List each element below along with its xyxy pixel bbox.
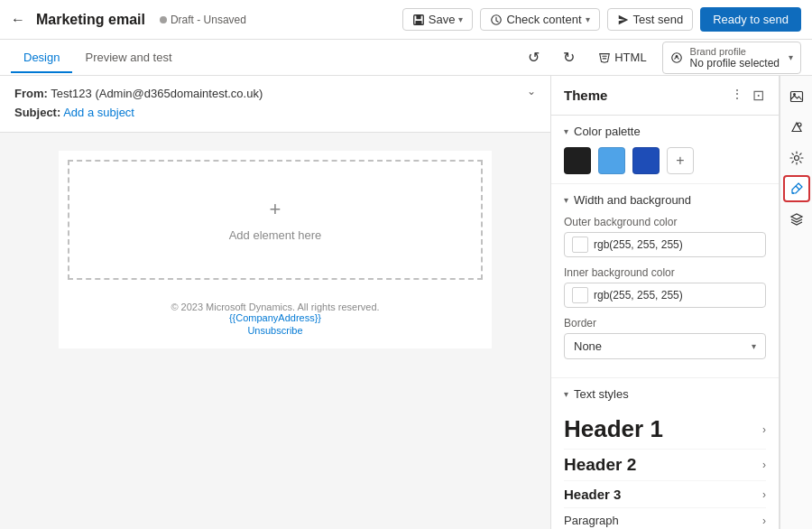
gear-icon xyxy=(789,151,804,165)
add-element-text: Add element here xyxy=(229,228,322,242)
draft-status: Draft - Unsaved xyxy=(171,14,246,26)
side-toolbar xyxy=(780,76,812,529)
color-palette-label: Color palette xyxy=(574,125,641,138)
svg-point-4 xyxy=(675,54,678,57)
theme-expand-button[interactable]: ⊡ xyxy=(751,85,766,106)
image-icon xyxy=(789,89,804,104)
text-styles-header[interactable]: ▾ Text styles xyxy=(564,387,766,401)
h3-chevron: › xyxy=(762,488,766,501)
add-swatch-button[interactable]: + xyxy=(667,147,694,174)
text-style-para[interactable]: Paragraph › xyxy=(564,508,766,529)
h2-chevron: › xyxy=(762,459,766,471)
from-label: From: xyxy=(14,87,48,100)
tab-preview[interactable]: Preview and test xyxy=(72,43,184,73)
svg-point-8 xyxy=(794,156,798,161)
check-content-label: Check content xyxy=(506,13,581,26)
footer-text: © 2023 Microsoft Dynamics. All rights re… xyxy=(171,302,379,312)
theme-title: Theme xyxy=(564,88,607,103)
company-address-link[interactable]: {{CompanyAddress}} xyxy=(229,312,321,323)
h1-chevron: › xyxy=(762,423,766,436)
theme-panel: Theme ⋮ ⊡ ▾ Color palette + xyxy=(551,76,780,529)
back-button[interactable]: ← xyxy=(11,12,25,28)
brand-chevron: ▾ xyxy=(789,52,793,62)
settings-tool-button[interactable] xyxy=(783,144,810,172)
image-tool-button[interactable] xyxy=(783,83,810,110)
save-button[interactable]: Save ▾ xyxy=(402,8,474,31)
paint-icon xyxy=(789,181,804,196)
test-send-button[interactable]: Test send xyxy=(607,8,694,31)
canvas-body: + Add element here © 2023 Microsoft Dyna… xyxy=(0,133,550,529)
border-label: Border xyxy=(564,317,766,329)
nav-tabs: Design Preview and test ↺ ↻ HTML Brand p… xyxy=(0,40,812,76)
color-palette-chevron: ▾ xyxy=(564,126,568,136)
email-footer: © 2023 Microsoft Dynamics. All rights re… xyxy=(59,289,492,348)
from-value: Test123 (Admin@d365domaintest.co.uk) xyxy=(51,87,263,100)
border-chevron: ▾ xyxy=(752,341,756,351)
para-chevron: › xyxy=(762,515,766,527)
undo-icon: ↺ xyxy=(528,49,540,66)
width-bg-chevron: ▾ xyxy=(564,195,568,205)
text-style-h2[interactable]: Header 2 › xyxy=(564,450,766,481)
add-element-zone[interactable]: + Add element here xyxy=(68,160,483,280)
text-styles-chevron: ▾ xyxy=(564,389,568,399)
text-style-h3[interactable]: Header 3 › xyxy=(564,481,766,508)
swatch-blue-dark[interactable] xyxy=(632,147,660,174)
undo-button[interactable]: ↺ xyxy=(520,44,548,70)
save-icon xyxy=(412,14,425,26)
plus-icon: + xyxy=(270,198,281,221)
h3-label: Header 3 xyxy=(564,487,621,502)
swatch-black[interactable] xyxy=(564,147,591,174)
brand-profile-button[interactable]: Brand profile No profile selected ▾ xyxy=(662,42,801,74)
from-field: From: Test123 (Admin@d365domaintest.co.u… xyxy=(14,85,263,104)
inner-bg-label: Inner background color xyxy=(564,266,766,279)
color-swatches: + xyxy=(564,147,766,174)
color-palette-header[interactable]: ▾ Color palette xyxy=(564,125,766,138)
width-background-section: ▾ Width and background Outer background … xyxy=(551,184,779,378)
html-button[interactable]: HTML xyxy=(590,46,654,69)
check-content-button[interactable]: Check content ▾ xyxy=(480,8,599,31)
border-value: None xyxy=(574,339,602,353)
outer-bg-field[interactable]: rgb(255, 255, 255) xyxy=(564,232,766,257)
paint-tool-button[interactable] xyxy=(783,175,810,202)
theme-more-button[interactable]: ⋮ xyxy=(729,85,745,106)
layers-tool-button[interactable] xyxy=(783,206,810,233)
unsubscribe-link[interactable]: Unsubscribe xyxy=(71,325,479,336)
html-icon xyxy=(598,51,611,64)
swatch-blue-light[interactable] xyxy=(598,147,625,174)
check-content-icon xyxy=(490,14,503,26)
main-layout: From: Test123 (Admin@d365domaintest.co.u… xyxy=(0,76,812,529)
theme-header: Theme ⋮ ⊡ xyxy=(551,76,779,116)
redo-button[interactable]: ↻ xyxy=(555,44,583,70)
subject-link[interactable]: Add a subject xyxy=(63,106,134,119)
text-styles-section: ▾ Text styles Header 1 › Header 2 › Head… xyxy=(551,378,779,529)
width-background-header[interactable]: ▾ Width and background xyxy=(564,193,766,207)
save-label: Save xyxy=(429,13,456,26)
border-group: Border None ▾ xyxy=(564,317,766,359)
h2-label: Header 2 xyxy=(564,455,636,475)
svg-rect-5 xyxy=(790,92,802,102)
right-panel: Theme ⋮ ⊡ ▾ Color palette + xyxy=(550,76,812,529)
tab-design[interactable]: Design xyxy=(11,43,72,73)
outer-bg-group: Outer background color rgb(255, 255, 255… xyxy=(564,216,766,257)
outer-bg-value: rgb(255, 255, 255) xyxy=(594,238,758,251)
inner-bg-group: Inner background color rgb(255, 255, 255… xyxy=(564,266,766,308)
ready-to-send-button[interactable]: Ready to send xyxy=(700,7,801,32)
subject-field: Subject: Add a subject xyxy=(14,104,263,123)
redo-icon: ↻ xyxy=(563,49,575,66)
shapes-tool-button[interactable] xyxy=(783,114,810,141)
email-header: From: Test123 (Admin@d365domaintest.co.u… xyxy=(0,76,550,133)
save-chevron: ▾ xyxy=(458,14,463,24)
page-title: Marketing email xyxy=(36,12,145,28)
inner-bg-value: rgb(255, 255, 255) xyxy=(594,289,758,302)
h1-label: Header 1 xyxy=(564,415,663,443)
check-chevron: ▾ xyxy=(586,14,590,24)
inner-bg-field[interactable]: rgb(255, 255, 255) xyxy=(564,283,766,308)
brand-profile-value: No profile selected xyxy=(690,57,780,70)
text-style-h1[interactable]: Header 1 › xyxy=(564,410,766,450)
color-palette-section: ▾ Color palette + xyxy=(551,116,779,184)
collapse-button[interactable]: ⌄ xyxy=(527,85,536,97)
border-select[interactable]: None ▾ xyxy=(564,333,766,359)
test-send-icon xyxy=(617,14,630,26)
svg-rect-2 xyxy=(415,20,421,23)
email-canvas: + Add element here © 2023 Microsoft Dyna… xyxy=(59,151,492,348)
